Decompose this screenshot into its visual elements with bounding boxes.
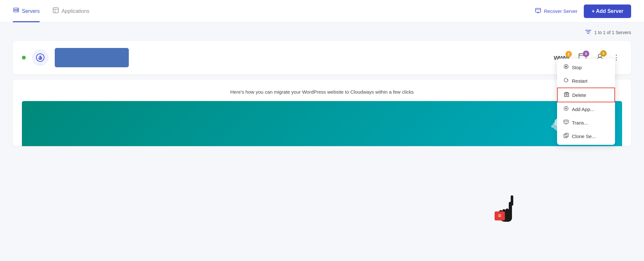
svg-rect-31 — [564, 134, 567, 138]
filter-text: 1 to 1 of 1 Servers — [594, 30, 631, 35]
server-name-block — [55, 48, 129, 67]
svg-rect-25 — [566, 92, 568, 93]
transfer-icon — [564, 119, 569, 126]
server-dropdown-menu: Stop Restart — [557, 59, 615, 145]
server-right: www 1 0 — [554, 52, 622, 63]
add-server-label: + Add Server — [592, 8, 623, 14]
stop-icon — [564, 64, 569, 70]
stop-label: Stop — [572, 65, 582, 70]
delete-label: Delete — [572, 92, 586, 98]
tab-servers[interactable]: Servers — [13, 0, 40, 22]
servers-icon — [13, 7, 19, 15]
restart-label: Restart — [572, 78, 587, 84]
transfer-label: Trans... — [572, 120, 588, 126]
tab-list: Servers Applications — [13, 0, 89, 22]
server-card: www 1 0 — [13, 41, 631, 74]
svg-point-3 — [17, 11, 18, 12]
restart-icon — [564, 78, 569, 84]
svg-rect-34 — [495, 211, 505, 220]
tab-applications[interactable]: Applications — [52, 0, 89, 22]
transfer-option[interactable]: Trans... — [557, 116, 615, 129]
clone-label: Clone Se... — [572, 134, 596, 139]
users-count: 0 — [600, 50, 607, 57]
svg-rect-4 — [53, 8, 58, 13]
top-actions: Recover Server + Add Server — [535, 5, 631, 18]
info-text: Here's how you can migrate your WordPres… — [22, 89, 622, 95]
recover-icon — [535, 7, 541, 15]
restart-option[interactable]: Restart — [557, 74, 615, 88]
svg-rect-18 — [565, 66, 567, 68]
status-dot — [22, 56, 26, 60]
svg-rect-33 — [511, 195, 513, 206]
info-image: CLOU — [22, 101, 622, 146]
svg-rect-29 — [564, 120, 568, 123]
stop-option[interactable]: Stop — [557, 61, 615, 74]
clone-option[interactable]: Clone Se... — [557, 129, 615, 143]
server-left — [22, 48, 129, 67]
svg-point-2 — [17, 9, 18, 9]
main-content: 1 to 1 of 1 Servers www 1 — [0, 23, 644, 153]
server-logo — [32, 50, 48, 66]
cursor-hand: ≡ — [493, 192, 522, 229]
svg-rect-32 — [565, 133, 568, 137]
www-count: 1 — [565, 51, 572, 57]
filter-icon — [585, 29, 591, 36]
filter-row: 1 to 1 of 1 Servers — [13, 29, 631, 36]
applications-icon — [52, 7, 59, 15]
apps-count: 0 — [583, 51, 589, 57]
info-card: Here's how you can migrate your WordPres… — [13, 79, 631, 146]
top-bar: Servers Applications Recover Se — [0, 0, 644, 23]
delete-icon — [564, 92, 569, 98]
svg-point-19 — [564, 78, 568, 82]
delete-option[interactable]: Delete — [557, 88, 615, 102]
clone-icon — [564, 133, 569, 139]
svg-text:≡: ≡ — [498, 212, 502, 219]
svg-rect-7 — [535, 8, 541, 12]
tab-servers-label: Servers — [22, 8, 40, 14]
add-app-label: Add App... — [572, 107, 594, 112]
recover-server-button[interactable]: Recover Server — [535, 7, 577, 15]
tab-applications-label: Applications — [62, 8, 89, 14]
add-app-icon — [564, 106, 569, 112]
add-server-button[interactable]: + Add Server — [584, 5, 631, 18]
recover-server-label: Recover Server — [544, 8, 577, 14]
add-app-option[interactable]: Add App... — [557, 102, 615, 116]
